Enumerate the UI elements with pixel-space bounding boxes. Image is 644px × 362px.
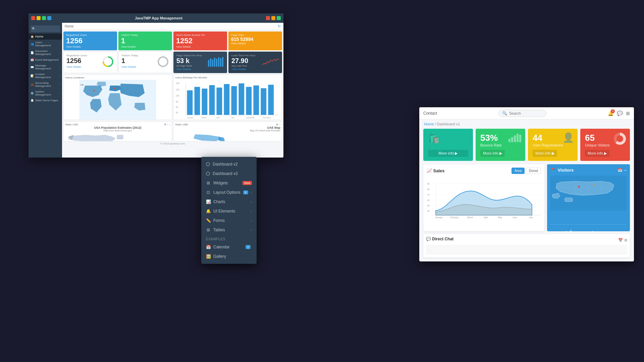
- menu-item-ui[interactable]: 🔔 UI Elements ‹: [201, 206, 257, 216]
- stat-card-pageview: Page View 615 52894 View Details: [228, 32, 282, 50]
- close-btn[interactable]: [31, 16, 35, 20]
- kpi-more-unique[interactable]: More info ▶: [585, 150, 609, 157]
- win1-refresh-btn[interactable]: ↻: [278, 24, 281, 28]
- uae-map-card: Static UAE ⊞ ↑ UAE Map Map Of United Ara…: [173, 121, 282, 141]
- svg-rect-32: [202, 89, 208, 115]
- visitors-bar-group: Visitors: [553, 226, 577, 231]
- kpi-more-reg[interactable]: More info ▶: [533, 150, 557, 157]
- menu-item-layout[interactable]: ⊡ Layout Options 6 ‹: [201, 188, 257, 197]
- chevron-doc-icon: ›: [59, 51, 60, 54]
- win3-search-box[interactable]: 🔍: [498, 110, 546, 117]
- extra-btn[interactable]: [47, 16, 51, 20]
- doc-icon: 📄: [31, 51, 34, 54]
- usa-map-title: Static USA: [65, 123, 78, 126]
- uae-map-source: Map Of United Arab Emirates: [175, 129, 280, 132]
- stat-card-noaccess: Users Never Access Yet 1252 View Details: [173, 32, 227, 50]
- home-icon: 🏠: [31, 35, 34, 38]
- calendar-badge: 2: [246, 245, 251, 249]
- btn-area[interactable]: Area: [512, 168, 525, 174]
- sidebar-item-accounting[interactable]: 💼 Accounting Management ›: [29, 80, 62, 89]
- bell-icon[interactable]: 🔔 3: [608, 111, 613, 116]
- win3-topbar: Contact 🔍 🔔 3 💬 ⊞: [419, 107, 634, 119]
- win1-search-box[interactable]: 🔍: [31, 25, 60, 32]
- win1-ctrl2[interactable]: [271, 16, 275, 20]
- forms-chevron: ‹: [251, 219, 252, 223]
- window2-menu: Dashboard v2 Dashboard v3 ⊞ Widgets New …: [201, 157, 257, 264]
- stat2-link-lt[interactable]: View Details: [231, 68, 279, 71]
- kpi-more-cart[interactable]: More info ▶: [428, 150, 468, 157]
- search-input[interactable]: [509, 111, 543, 115]
- nav-contact[interactable]: Contact: [423, 111, 437, 116]
- btn-donut[interactable]: Donut: [526, 168, 541, 174]
- layout-icon: ⊡: [206, 190, 211, 195]
- svg-text:80: 80: [427, 188, 430, 190]
- svg-text:40: 40: [427, 210, 430, 212]
- stat-link-noaccess[interactable]: View Details: [176, 45, 224, 48]
- breadcrumb-home[interactable]: Home: [424, 122, 434, 126]
- menu-item-tables[interactable]: ⊞ Tables ‹: [201, 225, 257, 235]
- sidebar-item-static[interactable]: 📋 Static Demo Pages: [29, 98, 62, 103]
- sidebar-item-content[interactable]: 📝 Content Management ›: [29, 71, 62, 80]
- window3-dashboard: Contact 🔍 🔔 3 💬 ⊞ Home / Dashboard v1 🛍️…: [419, 107, 634, 261]
- event-icon: 📅: [31, 58, 34, 61]
- search-icon: 🔍: [502, 111, 507, 116]
- win1-stats-row2: Registered Users 1256 View Details Visit…: [62, 52, 283, 74]
- stat2-link-pv[interactable]: View Details: [176, 68, 224, 71]
- svg-rect-8: [214, 58, 215, 67]
- uae-map-subtitle: UAE Map: [175, 126, 280, 129]
- menu-item-dashv3[interactable]: Dashboard v3: [201, 169, 257, 178]
- sidebar-item-events[interactable]: 📅 Event Management: [29, 57, 62, 63]
- chat-icon[interactable]: 💬: [617, 111, 623, 116]
- menu-item-forms-left: ✏️ Forms: [206, 218, 225, 223]
- calendar-toggle[interactable]: 📅: [618, 168, 623, 172]
- stat-card-visitors: Visitors Today 1 View Details: [118, 32, 172, 50]
- svg-text:150: 150: [176, 82, 179, 84]
- min-btn[interactable]: [37, 16, 41, 20]
- svg-rect-41: [268, 85, 274, 115]
- svg-text:July: July: [529, 216, 533, 219]
- stat2-chart-reg: [102, 56, 114, 69]
- visitors-mini-chart: [558, 226, 572, 231]
- svg-text:November: November: [263, 117, 271, 119]
- sales-chart-title: 📈 Sales: [427, 168, 445, 173]
- sidebar-item-system[interactable]: ⚙️ System Management ›: [29, 89, 62, 98]
- menu-label-ui: UI Elements: [213, 209, 235, 214]
- stat-link-visitors[interactable]: View Details: [121, 45, 169, 48]
- kpi-card-registrations: 44 User Registrations 👤 More info ▶: [528, 129, 578, 161]
- menu-item-gallery-left: 🖼️ Gallery: [206, 254, 226, 259]
- chevron-content-icon: ›: [59, 74, 60, 77]
- direct-chat-card: 💬 Direct Chat 📅 ⊞: [423, 234, 630, 257]
- svg-point-84: [594, 184, 595, 186]
- sidebar-item-users[interactable]: 👥 Users Management ›: [29, 40, 62, 48]
- menu-item-forms[interactable]: ✏️ Forms ‹: [201, 216, 257, 225]
- sidebar-item-msg[interactable]: ✉️ Message Management ›: [29, 63, 62, 71]
- max-btn[interactable]: [42, 16, 46, 20]
- kpi-more-bounce[interactable]: More info ▶: [480, 150, 505, 157]
- sidebar-item-home[interactable]: 🏠 Home: [29, 34, 62, 40]
- svg-text:60: 60: [427, 199, 430, 201]
- stat-link-pageview[interactable]: View Details: [231, 42, 279, 45]
- sidebar-item-docs[interactable]: 📄 Document Management ›: [29, 48, 62, 57]
- svg-rect-53: [519, 135, 521, 142]
- menu-item-dashv2[interactable]: Dashboard v2: [201, 160, 257, 169]
- system-icon: ⚙️: [31, 92, 34, 95]
- chevron-sys-icon: ›: [59, 92, 60, 95]
- accounting-icon: 💼: [31, 83, 34, 86]
- grid-icon[interactable]: ⊞: [626, 111, 630, 116]
- menu-item-calendar[interactable]: 📅 Calendar 2: [201, 242, 257, 252]
- svg-rect-39: [253, 85, 259, 115]
- win1-ctrl1[interactable]: [266, 16, 270, 20]
- uae-map-controls: ⊞ ↑: [276, 123, 280, 126]
- chat-calendar-icon[interactable]: 📅: [618, 238, 623, 242]
- svg-point-83: [578, 186, 580, 188]
- svg-rect-7: [212, 59, 213, 67]
- menu-item-gallery[interactable]: 🖼️ Gallery: [201, 252, 257, 261]
- collapse-btn[interactable]: −: [625, 168, 627, 172]
- win1-ctrl3[interactable]: [277, 16, 281, 20]
- bounce-chart: [508, 132, 522, 143]
- menu-item-charts[interactable]: 📊 Charts ‹: [201, 197, 257, 206]
- stat-link-registered[interactable]: View Details: [66, 45, 114, 48]
- sales-chart-header: 📈 Sales Area Donut: [427, 168, 541, 174]
- menu-item-widgets[interactable]: ⊞ Widgets New: [201, 178, 257, 188]
- chat-expand-icon[interactable]: ⊞: [624, 238, 627, 242]
